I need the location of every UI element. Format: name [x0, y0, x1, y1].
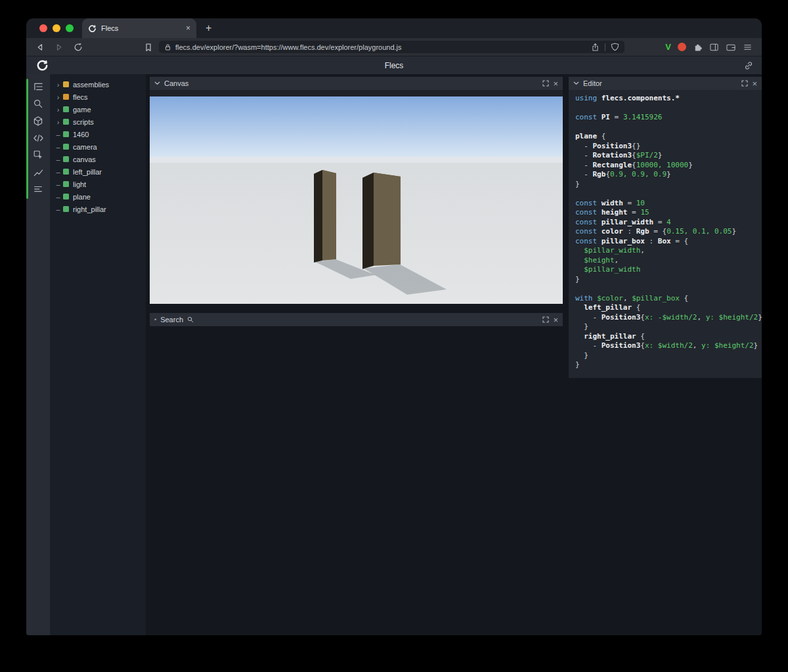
sky: [150, 96, 563, 157]
tab-close-icon[interactable]: ×: [186, 24, 190, 32]
canvas-panel: Canvas ×: [150, 77, 563, 304]
tree-item-game[interactable]: ›game: [50, 103, 146, 116]
expand-chevron-icon[interactable]: ›: [55, 118, 62, 126]
extensions-puzzle-icon[interactable]: [693, 42, 703, 52]
code-line: const height = 15: [575, 208, 755, 218]
code-icon[interactable]: [30, 131, 47, 144]
back-icon[interactable]: [35, 43, 45, 52]
panel-dot-icon[interactable]: •: [154, 316, 156, 323]
tree-item-light[interactable]: –light: [50, 178, 146, 190]
search-panel: • Search ×: [150, 313, 563, 326]
code-line: right_pillar {: [575, 332, 755, 342]
right-pillar-front: [374, 173, 401, 266]
tree-item-scripts[interactable]: ›scripts: [50, 116, 146, 128]
tree-item-1460[interactable]: –1460: [50, 128, 146, 140]
expand-panel-icon[interactable]: [542, 80, 549, 87]
app-body: ›assemblies›flecs›game›scripts–1460–came…: [26, 74, 762, 635]
left-pillar-side: [314, 170, 322, 262]
link-icon[interactable]: [744, 61, 753, 70]
code-line: }: [575, 322, 755, 332]
tree-view-icon[interactable]: [30, 80, 47, 93]
entities-cube-icon[interactable]: [30, 114, 47, 127]
entity-label: right_pillar: [73, 205, 106, 213]
url-text: flecs.dev/explorer/?wasm=https://www.fle…: [175, 43, 591, 51]
code-editor[interactable]: using flecs.components.* const PI = 3.14…: [569, 90, 762, 378]
code-line: with $color, $pillar_box {: [575, 294, 755, 304]
branch-dash: –: [55, 131, 62, 138]
close-window-button[interactable]: [39, 24, 47, 32]
extension-red-icon[interactable]: [678, 43, 686, 51]
browser-toolbar: flecs.dev/explorer/?wasm=https://www.fle…: [26, 38, 762, 56]
close-panel-icon[interactable]: ×: [752, 79, 757, 88]
code-line: }: [575, 275, 755, 285]
tab-bar: Flecs × +: [26, 18, 762, 38]
code-line: const pillar_box : Box = {: [575, 237, 755, 247]
entity-color-swatch: [63, 81, 69, 87]
queries-icon[interactable]: [30, 182, 47, 196]
statistics-icon[interactable]: [30, 165, 47, 178]
address-bar[interactable]: flecs.dev/explorer/?wasm=https://www.fle…: [159, 41, 624, 53]
entity-color-swatch: [63, 106, 69, 112]
code-line: $pillar_width: [575, 265, 755, 275]
tree-item-flecs[interactable]: ›flecs: [50, 91, 146, 103]
extension-v-icon[interactable]: V: [665, 42, 671, 52]
extension-icons: V: [665, 42, 753, 52]
expand-chevron-icon[interactable]: ›: [55, 81, 62, 89]
code-line: const PI = 3.1415926: [575, 113, 755, 123]
left-pillar-front: [322, 170, 336, 261]
code-line: [575, 104, 755, 114]
entity-color-swatch: [63, 94, 69, 100]
close-panel-icon[interactable]: ×: [553, 316, 558, 324]
canvas-panel-title: Canvas: [164, 79, 188, 87]
ground: [150, 157, 563, 304]
minimize-window-button[interactable]: [53, 24, 60, 32]
editor-panel: Editor × using flecs.components.* const …: [569, 77, 762, 378]
tree-item-plane[interactable]: –plane: [50, 190, 146, 203]
code-line: const pillar_width = 4: [575, 218, 755, 228]
tree-item-assemblies[interactable]: ›assemblies: [50, 78, 146, 91]
forward-icon: [55, 43, 64, 52]
expand-panel-icon[interactable]: [741, 80, 748, 87]
expand-chevron-icon[interactable]: ›: [55, 106, 62, 114]
share-icon[interactable]: [591, 43, 600, 52]
wallet-icon[interactable]: [726, 43, 736, 52]
expand-chevron-icon[interactable]: ›: [55, 93, 62, 101]
entity-label: game: [73, 106, 91, 114]
shield-icon[interactable]: [611, 43, 619, 51]
inspector-icon[interactable]: [30, 148, 47, 161]
search-icon[interactable]: [30, 97, 47, 110]
zoom-window-button[interactable]: [66, 24, 74, 32]
browser-window: Flecs × + flecs.dev/explorer/?wasm=https…: [26, 18, 762, 635]
tree-item-left_pillar[interactable]: –left_pillar: [50, 165, 146, 178]
tree-item-camera[interactable]: –camera: [50, 140, 146, 153]
menu-icon[interactable]: [743, 43, 753, 52]
editor-panel-header: Editor ×: [569, 77, 762, 90]
code-line: }: [575, 360, 755, 370]
expand-panel-icon[interactable]: [542, 316, 549, 323]
entity-label: flecs: [73, 93, 88, 101]
code-line: $height,: [575, 256, 755, 266]
entity-label: scripts: [73, 118, 94, 126]
code-line: - Position3{x: $width/2, y: $height/2}: [575, 341, 755, 351]
tree-item-canvas[interactable]: –canvas: [50, 153, 146, 165]
new-tab-button[interactable]: +: [206, 23, 211, 33]
chevron-down-icon[interactable]: [573, 81, 579, 85]
search-small-icon: [187, 316, 194, 323]
code-line: }: [575, 180, 755, 190]
connection-status-bar: [26, 79, 28, 199]
tree-item-right_pillar[interactable]: –right_pillar: [50, 203, 146, 215]
reload-icon[interactable]: [74, 43, 83, 52]
entity-label: 1460: [73, 131, 89, 138]
code-line: }: [575, 351, 755, 361]
lock-icon: [164, 43, 171, 51]
tab-title: Flecs: [101, 24, 181, 32]
entity-label: assemblies: [73, 81, 109, 89]
3d-viewport[interactable]: [150, 96, 563, 304]
toolbar-divider: [605, 43, 605, 51]
chevron-down-icon[interactable]: [154, 81, 160, 85]
sidebar-toggle-icon[interactable]: [709, 43, 719, 52]
close-panel-icon[interactable]: ×: [553, 79, 558, 88]
bookmark-icon[interactable]: [144, 43, 153, 52]
flecs-logo[interactable]: [36, 59, 49, 72]
browser-tab[interactable]: Flecs ×: [82, 18, 196, 38]
